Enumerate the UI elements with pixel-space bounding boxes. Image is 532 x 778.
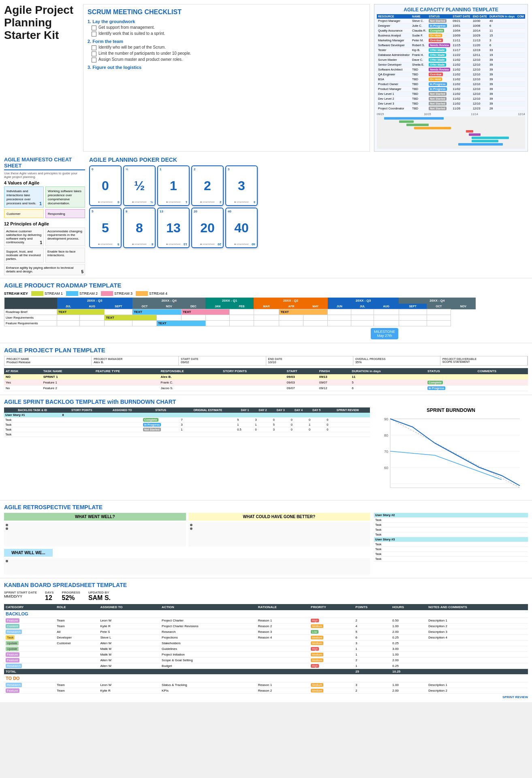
- capacity-row: Quality Assurance Claudia R. Complete 10…: [377, 28, 525, 33]
- plan-col-task: TASK NAME: [42, 368, 94, 374]
- stream-2-color: [66, 291, 78, 296]
- roadmap-row-brief: Roadmap Brief TEXT TEXT TEXT TEXT: [4, 309, 476, 315]
- checklist-sub-item: Identify who will be part of the Scrum.: [92, 45, 365, 50]
- retro-will-do-header: WHAT WILL WE...: [4, 549, 53, 557]
- poker-card-20: 20 20 20 ■ smartsheet: [191, 208, 224, 248]
- retro-dot: [6, 560, 8, 562]
- category-badge: Feature: [6, 688, 19, 693]
- kanban-sprint-start: SPRINT START DATE MM/DD/YY: [4, 591, 37, 602]
- retro-item: [6, 560, 368, 562]
- month-jun: JUN: [328, 304, 351, 309]
- scrum-checklist-title: SCRUM MEETING CHECKLIST: [88, 9, 365, 16]
- roadmap-q3: 20XX - Q3: [57, 298, 132, 304]
- user-story-2-row: User Story #2: [374, 513, 528, 518]
- days-value: 12: [45, 594, 54, 602]
- checkbox-icon: [92, 45, 96, 50]
- plan-col-points: STORY POINTS: [221, 368, 285, 374]
- sprint-start-value: MM/DD/YY: [4, 594, 37, 598]
- roadmap-q2: 20XX - Q2: [254, 298, 328, 304]
- value-card-4: Responding: [45, 209, 85, 218]
- month-feb: FEB: [230, 304, 254, 309]
- stream-2: STREAM 2: [66, 291, 98, 296]
- meta-project-name: PROJECT NAME Product Release: [4, 356, 92, 365]
- retro-item: [6, 524, 184, 526]
- kanban-title: KANBAN BOARD SPREADSHEET TEMPLATE: [4, 582, 528, 588]
- values-grid: Individuals and interactions take preced…: [4, 186, 85, 218]
- poker-card-8: 8 8 8 ■ smartsheet: [123, 208, 156, 248]
- status-badge: Offer Made: [429, 48, 446, 52]
- kanban-col-priority: PRIORITY: [309, 604, 354, 610]
- backlog-task-row: Task Complete 7 5 3 0 0 0 0: [4, 418, 370, 422]
- task-row: Task: [374, 523, 528, 527]
- col-end: END DATE: [472, 14, 488, 19]
- capacity-row: Software Developer Robert S. Needs Revie…: [377, 43, 525, 48]
- task-row: Task: [374, 542, 528, 547]
- plan-col-duration: DURATION in days: [350, 368, 426, 374]
- status-badge: Complete: [429, 29, 444, 32]
- roadmap-cell: TEXT: [132, 309, 182, 315]
- kanban-row: Research Allen W Budget High 1 0.25: [4, 663, 528, 669]
- capacity-row: Dev Level 3 TBD Not Started 11/02 12/10 …: [377, 101, 525, 106]
- task-row: Task: [374, 557, 528, 562]
- gantt-bar: [466, 130, 473, 133]
- meta-end: END DATE 10/10: [266, 356, 353, 365]
- category-badge: Content: [6, 624, 19, 628]
- sprint-backlog-title: AGILE SPRINT BACKLOG TEMPLATE with BURND…: [4, 399, 528, 405]
- month-may: MAY: [303, 304, 328, 309]
- month-dec: DEC: [181, 304, 205, 309]
- category-badge: Feature: [6, 652, 19, 657]
- roadmap-table: 20XX - Q3 20XX - Q4 20XX - Q1 20XX - Q2 …: [4, 298, 476, 326]
- gantt-bar: [399, 120, 414, 123]
- capacity-row: Scrum Master Dave C. Offer Made 11/02 12…: [377, 58, 525, 62]
- meta-progress: OVERALL PROGRESS 35%: [353, 356, 440, 365]
- values-title: 4 Values of Agile: [4, 180, 85, 185]
- checkbox-icon: [92, 51, 96, 56]
- plan-col-finish: FINISH: [318, 368, 350, 374]
- total-hours: 10.25: [391, 669, 427, 675]
- backlog-task-row: Task In Progress 3 1 1 5 0 1 0: [4, 422, 370, 427]
- backlog-col-status: STATUS: [142, 407, 180, 413]
- capacity-row: QA Engineer TBD Overdue 11/02 12/10 39: [377, 72, 525, 77]
- roadmap-cell: TEXT: [279, 309, 328, 315]
- priority-badge: Medium: [311, 683, 323, 687]
- task-row: Task: [374, 552, 528, 557]
- svg-text:70: 70: [384, 450, 388, 454]
- value-card-2: Working software takes precedence over c…: [45, 186, 85, 208]
- kanban-row: Update Malik M Guidelines High 1 3.00: [4, 646, 528, 652]
- col-com: COM: [516, 14, 525, 19]
- capacity-row: BSA TBD On Hold 11/02 12/10 39: [377, 77, 525, 82]
- roadmap-row-feature-reqs: Feature Requirements TEXT: [4, 321, 476, 326]
- retro-went-well-header: WHAT WENT WELL?: [4, 513, 186, 521]
- backlog-left: BACKLOG TASK & ID STORY POINTS ASSIGNED …: [4, 407, 370, 497]
- manifesto-section: AGILE MANIFESTO CHEAT SHEET Use these Ag…: [4, 156, 85, 275]
- kanban-col-points: POINTS: [354, 604, 391, 610]
- scrum-checklist: SCRUM MEETING CHECKLIST 1. Lay the groun…: [83, 4, 370, 152]
- backlog-col-d3: DAY 3: [272, 407, 290, 413]
- priority-badge: Medium: [311, 658, 323, 662]
- roadmap-cell: TEXT: [57, 309, 105, 315]
- status-badge: On Hold: [429, 77, 442, 81]
- kanban-total-row: TOTAL 25 10.25: [4, 669, 528, 675]
- poker-card-13: 13 13 13 ■ smartsheet: [157, 208, 190, 248]
- days-label: DAYS: [45, 591, 54, 594]
- kanban-progress: PROGRESS 52%: [62, 591, 80, 602]
- priority-badge: Medium: [311, 653, 323, 656]
- kanban-row: Feature Allen W Scope & Goal Setting Med…: [4, 658, 528, 663]
- project-name-value: Product Release: [6, 360, 89, 364]
- page-container: Agile Project Planning Starter Kit SCRUM…: [0, 0, 532, 702]
- retro-dot: [190, 527, 192, 530]
- roadmap-q4b: 20XX - Q4: [399, 298, 476, 304]
- capacity-planning-title: AGILE CAPACITY PLANNING TEMPLATE: [377, 7, 525, 13]
- status-badge-in-progress: In Progress: [427, 386, 446, 390]
- month-sept2: SEPT: [399, 304, 427, 309]
- retro-dot: [190, 524, 192, 526]
- backlog-col-d1: DAY 1: [236, 407, 254, 413]
- status-badge: Not Started: [429, 97, 447, 101]
- col-name: NAME: [411, 14, 427, 19]
- retro-could-better-col: WHAT COULD HAVE GONE BETTER?: [188, 513, 370, 547]
- status-badge: Overdue: [429, 39, 442, 42]
- svg-text:90: 90: [384, 417, 388, 421]
- backlog-col-review: SPRINT REVIEW: [325, 407, 370, 413]
- principle-4: Enable face-to-face interactions.: [45, 248, 85, 263]
- plan-col-start: START: [285, 368, 318, 374]
